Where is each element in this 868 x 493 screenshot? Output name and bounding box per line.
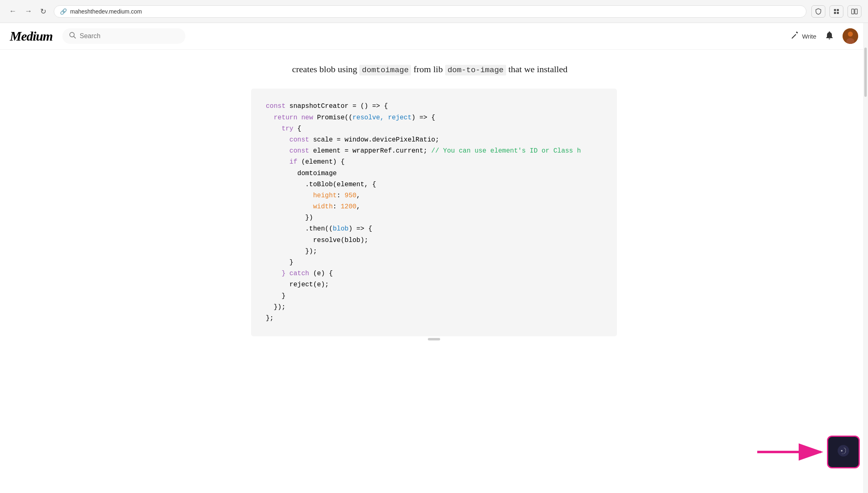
code-line: }); (266, 246, 602, 257)
code-line: height: 950, (266, 190, 602, 201)
bell-icon (825, 30, 834, 40)
svg-rect-2 (834, 12, 836, 14)
reload-button[interactable]: ↻ (38, 5, 49, 18)
shield-icon (815, 8, 822, 15)
notification-button[interactable] (825, 30, 834, 42)
code-line: return new Promise((resolve, reject) => … (266, 112, 602, 123)
code-line: const scale = window.devicePixelRatio; (266, 135, 602, 146)
code-line: const snapshotCreator = () => { (266, 101, 602, 112)
code-line: } catch (e) { (266, 268, 602, 279)
search-box[interactable] (62, 28, 185, 44)
url-text: maheshthedev.medium.com (70, 8, 142, 15)
avatar-image (843, 28, 858, 44)
svg-rect-4 (852, 9, 854, 14)
write-icon (790, 31, 799, 42)
scrollbar[interactable] (863, 23, 868, 353)
browser-chrome: ← → ↻ 🔗 maheshthedev.medium.com (0, 0, 868, 23)
write-label: Write (802, 33, 816, 40)
code-line: }; (266, 313, 602, 324)
h-scrollbar-thumb (428, 338, 440, 340)
search-icon (69, 32, 76, 41)
code-line: const element = wrapperRef.current; // Y… (266, 146, 602, 157)
svg-rect-1 (837, 9, 839, 11)
horizontal-scrollbar[interactable] (251, 338, 617, 340)
header-right: Write (790, 28, 858, 44)
code-line: .toBlob(element, { (266, 179, 602, 190)
text-before: creates blob using (292, 64, 359, 74)
search-input[interactable] (80, 32, 179, 40)
code-line: reject(e); (266, 279, 602, 290)
code-line: }) (266, 212, 602, 224)
code-block-wrapper: const snapshotCreator = () => { return n… (241, 89, 627, 340)
nav-buttons: ← → ↻ (7, 5, 49, 18)
code-line: try { (266, 123, 602, 135)
medium-header: Medium Write (0, 23, 868, 50)
code-line: } (266, 257, 602, 268)
main-content: creates blob using domtoimage from lib d… (0, 50, 868, 353)
link-icon: 🔗 (60, 8, 67, 15)
split-view-button[interactable] (847, 5, 861, 18)
svg-point-6 (70, 32, 74, 37)
extensions-button[interactable] (829, 5, 843, 18)
svg-rect-3 (837, 12, 839, 14)
browser-actions (811, 5, 861, 18)
text-after: that we installed (506, 64, 568, 74)
split-view-icon (851, 8, 858, 15)
extensions-icon (833, 8, 840, 15)
code-line: if (element) { (266, 157, 602, 168)
code-line: }); (266, 302, 602, 313)
svg-rect-5 (855, 9, 857, 14)
svg-point-8 (848, 32, 853, 37)
code-line: domtoimage (266, 168, 602, 179)
write-button[interactable]: Write (790, 31, 816, 42)
scrollbar-thumb (864, 48, 867, 97)
code-line: resolve(blob); (266, 235, 602, 246)
inline-code-1: domtoimage (359, 65, 411, 75)
code-line: width: 1200, (266, 201, 602, 212)
code-block[interactable]: const snapshotCreator = () => { return n… (251, 89, 617, 336)
medium-logo[interactable]: Medium (10, 29, 53, 44)
code-line: } (266, 291, 602, 302)
avatar[interactable] (843, 28, 858, 44)
svg-rect-0 (834, 9, 836, 11)
text-middle: from lib (411, 64, 445, 74)
address-bar[interactable]: 🔗 maheshthedev.medium.com (54, 5, 806, 18)
code-line: .then((blob) => { (266, 224, 602, 235)
forward-button[interactable]: → (22, 5, 34, 17)
article-text: creates blob using domtoimage from lib d… (282, 62, 586, 89)
back-button[interactable]: ← (7, 5, 19, 17)
shield-icon-button[interactable] (811, 5, 825, 18)
inline-code-2: dom-to-image (445, 65, 506, 75)
